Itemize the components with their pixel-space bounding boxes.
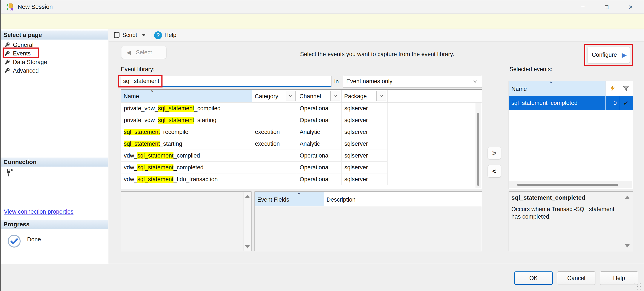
sidebar: Select a page General Events Data Storag…	[1, 29, 108, 264]
scroll-up-icon[interactable]	[245, 195, 250, 198]
app-icon	[6, 3, 14, 11]
column-header-filter[interactable]	[619, 81, 632, 96]
resize-grip[interactable]	[634, 284, 636, 284]
sort-caret-icon: ^	[550, 81, 552, 86]
event-fields-header: ^ Event Fields Description	[255, 192, 482, 206]
chevron-down-icon	[332, 93, 338, 99]
annotation-box-search-text	[118, 75, 162, 88]
lightning-icon	[609, 85, 616, 92]
annotation-box-events	[2, 48, 39, 58]
column-header-event-fields[interactable]: ^ Event Fields	[255, 192, 324, 206]
progress-header: Progress	[1, 220, 108, 229]
script-icon	[113, 32, 120, 39]
wrench-icon	[4, 68, 10, 74]
connection-header: Connection	[1, 158, 108, 166]
event-library-label: Event library:	[121, 66, 155, 73]
event-library-table: ^ Name Category Channel Package private_…	[121, 90, 482, 189]
sidebar-item-data-storage[interactable]: Data Storage	[1, 58, 108, 66]
done-check-icon	[7, 234, 21, 248]
wrench-icon	[4, 59, 10, 65]
toolbar: Script ? Help	[108, 29, 644, 42]
search-scope-value: Event names only	[346, 78, 392, 85]
scrollbar-thumb[interactable]	[477, 112, 479, 186]
script-button[interactable]: Script	[122, 29, 137, 42]
scroll-down-icon[interactable]	[625, 244, 630, 248]
help-icon: ?	[154, 32, 162, 39]
search-scope-dropdown[interactable]: Event names only	[343, 75, 482, 88]
sidebar-item-label: General	[13, 42, 34, 48]
toolbar-help-button[interactable]: Help	[164, 29, 176, 42]
column-header-channel[interactable]: Channel	[297, 90, 342, 102]
toolbar-separator	[150, 30, 150, 40]
wrench-icon	[4, 42, 10, 48]
event-table-header: ^ Name Category Channel Package	[121, 90, 482, 102]
select-a-page-header: Select a page	[1, 30, 108, 40]
event-description-panel: sql_statement_completed Occurs when a Tr…	[508, 192, 633, 251]
table-row[interactable]: sql_statement_starting execution Analyti…	[121, 138, 482, 150]
status-bar: i Ready	[1, 14, 644, 29]
column-header-filler	[388, 90, 482, 102]
scroll-down-icon[interactable]	[245, 245, 250, 248]
connection-icon	[4, 168, 14, 178]
view-connection-properties-link[interactable]: View connection properties	[4, 208, 74, 215]
help-button[interactable]: Help	[600, 272, 638, 285]
column-header-package[interactable]: Package	[342, 90, 388, 102]
table-row[interactable]: private_vdw_sql_statement_compiled Opera…	[121, 102, 482, 114]
select-step-button[interactable]: ◀ Select	[122, 46, 166, 59]
scrollbar-thumb[interactable]	[517, 184, 618, 186]
event-detail-placeholder-panel	[121, 192, 252, 251]
window-title: New Session	[18, 0, 53, 14]
selected-event-row[interactable]: sql_statement_completed 0 ✓	[509, 96, 632, 110]
sort-caret-icon: ^	[151, 90, 153, 94]
sidebar-item-label: Advanced	[13, 68, 39, 74]
event-description-body: Occurs when a Transact-SQL statement has…	[511, 206, 625, 220]
column-header-description[interactable]: Description	[324, 192, 391, 206]
instruction-text: Select the events you want to capture fr…	[300, 51, 454, 58]
in-label: in	[334, 76, 339, 88]
close-button[interactable]: ×	[621, 0, 640, 14]
check-icon: ✓	[619, 96, 632, 110]
horizontal-scrollbar[interactable]	[509, 181, 632, 188]
event-fields-panel: ^ Event Fields Description	[254, 192, 482, 251]
chevron-down-icon	[288, 93, 294, 99]
script-dropdown-icon[interactable]	[142, 34, 146, 36]
cancel-button[interactable]: Cancel	[557, 272, 596, 285]
new-session-dialog: New Session − □ × i Ready Select a page …	[0, 0, 644, 291]
minimize-button[interactable]: −	[574, 0, 592, 14]
maximize-button[interactable]: □	[597, 0, 616, 14]
back-arrow-icon: ◀	[126, 49, 131, 56]
remove-event-button[interactable]: <	[488, 165, 501, 178]
selected-events-header: ^ Name	[509, 81, 632, 96]
table-row[interactable]: vdw_sql_statement_compiled Operational s…	[121, 150, 482, 162]
vertical-scrollbar[interactable]	[476, 103, 481, 188]
annotation-box-configure	[584, 44, 633, 66]
filter-funnel-icon	[622, 85, 630, 92]
chevron-down-icon	[378, 93, 384, 99]
progress-status: Done	[27, 236, 41, 243]
package-filter-button[interactable]	[376, 91, 386, 101]
column-header-name[interactable]: ^ Name	[121, 90, 252, 102]
sidebar-item-advanced[interactable]: Advanced	[1, 66, 108, 75]
chevron-down-icon	[472, 78, 478, 85]
column-header-filler	[391, 192, 482, 206]
event-description-title: sql_statement_completed	[511, 194, 585, 201]
scroll-up-icon[interactable]	[625, 196, 630, 199]
table-row[interactable]: vdw_sql_statement_completed Operational …	[121, 162, 482, 174]
sidebar-item-label: Data Storage	[13, 59, 47, 66]
channel-filter-button[interactable]	[330, 91, 340, 101]
table-row[interactable]: private_vdw_sql_statement_starting Opera…	[121, 114, 482, 126]
selected-events-table: ^ Name sql_statement_completed 0 ✓	[508, 81, 633, 189]
column-header-name[interactable]: ^ Name	[509, 81, 606, 96]
select-step-label: Select	[136, 49, 152, 56]
table-row[interactable]: vdw_sql_statement_fido_transaction Opera…	[121, 174, 482, 185]
selected-events-label: Selected events:	[510, 66, 552, 73]
column-header-category[interactable]: Category	[252, 90, 297, 102]
table-row[interactable]: sql_statement_recompile execution Analyt…	[121, 126, 482, 138]
sort-caret-icon: ^	[298, 192, 300, 197]
add-event-button[interactable]: >	[488, 147, 501, 159]
title-bar: New Session − □ ×	[1, 0, 644, 14]
vertical-scrollbar[interactable]	[244, 192, 251, 251]
column-header-actions[interactable]	[606, 81, 619, 96]
category-filter-button[interactable]	[286, 91, 296, 101]
ok-button[interactable]: OK	[514, 272, 553, 285]
